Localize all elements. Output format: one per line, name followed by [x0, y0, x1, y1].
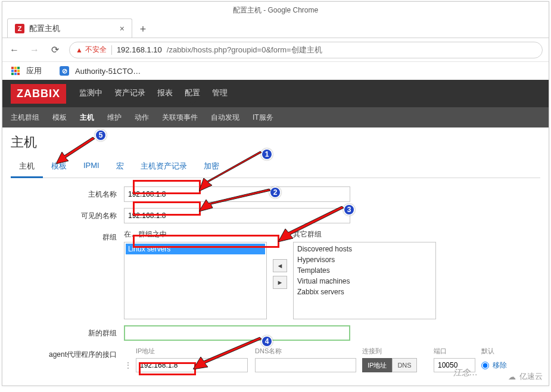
forward-icon[interactable]: →: [29, 45, 41, 55]
move-left-button[interactable]: ◄: [273, 259, 287, 272]
drag-handle-icon[interactable]: ⋮⋮: [124, 360, 136, 370]
annotation-badge-4: 4: [261, 335, 273, 347]
annotation-badge-2: 2: [269, 186, 281, 198]
default-interface-radio[interactable]: [481, 362, 489, 369]
label-visible-name: 可见的名称: [11, 208, 124, 221]
move-right-button[interactable]: ►: [273, 276, 287, 289]
connect-to-segment: IP地址 DNS: [362, 358, 434, 372]
url-host: 192.168.1.10: [117, 45, 162, 54]
tab-encryption[interactable]: 加密: [195, 156, 228, 178]
subnav-hostgroups[interactable]: 主机群组: [11, 113, 39, 123]
interface-dns-input[interactable]: [255, 358, 356, 372]
group-option[interactable]: Discovered hosts: [295, 244, 434, 254]
host-form: 主机名称 可见的名称 群组 在…群组之中 Linux servers ◄ ► 其…: [11, 186, 540, 372]
label-hostname: 主机名称: [11, 186, 124, 200]
tab-close-icon[interactable]: ×: [120, 24, 124, 33]
group-option[interactable]: Zabbix servers: [295, 287, 434, 297]
in-groups-listbox[interactable]: Linux servers: [124, 242, 267, 319]
other-groups-listbox[interactable]: Discovered hosts Hypervisors Templates V…: [293, 242, 436, 319]
back-icon[interactable]: ←: [8, 45, 20, 55]
bookmark-favicon: ⊘: [60, 66, 69, 76]
label-new-group: 新的群组: [11, 325, 124, 338]
nav-inventory[interactable]: 资产记录: [114, 88, 145, 99]
subnav-maintenance[interactable]: 维护: [107, 113, 122, 123]
annotation-highlight: [139, 362, 196, 375]
subnav-discovery[interactable]: 自动发现: [211, 113, 239, 123]
annotation-badge-5: 5: [95, 129, 107, 141]
cloud-icon: ☁: [508, 372, 516, 381]
tab-host[interactable]: 主机: [11, 156, 43, 178]
col-port: 端口: [434, 347, 481, 356]
window-title: 配置主机 - Google Chrome: [2, 2, 549, 18]
subnav-correlation[interactable]: 关联项事件: [162, 113, 198, 123]
annotation-badge-3: 3: [343, 204, 355, 216]
page-title: 主机: [11, 133, 540, 151]
insecure-badge[interactable]: ▲ 不安全: [76, 45, 107, 55]
annotation-highlight: [133, 235, 279, 248]
form-tabs: 主机 模板 IPMI 宏 主机资产记录 加密: [11, 156, 540, 178]
main-nav: 监测中 资产记录 报表 配置 管理: [79, 88, 228, 99]
annotation-highlight: [133, 201, 201, 216]
label-agent-interface: agent代理程序的接口: [11, 347, 124, 360]
warning-icon: ▲: [76, 46, 83, 54]
reload-icon[interactable]: ⟳: [49, 44, 61, 55]
zabbix-header: ZABBIX 监测中 资产记录 报表 配置 管理: [2, 80, 549, 107]
sub-nav: 主机群组 模板 主机 维护 动作 关联项事件 自动发现 IT服务: [2, 107, 549, 127]
toolbar: ← → ⟳ ▲ 不安全 192.168.1.10/zabbix/hosts.ph…: [2, 38, 549, 62]
group-option[interactable]: Virtual machines: [295, 276, 434, 287]
annotation-highlight: [133, 180, 201, 194]
col-ip: IP地址: [136, 347, 255, 356]
annotation-badge-1: 1: [261, 148, 273, 160]
nav-admin[interactable]: 管理: [212, 88, 228, 99]
remove-interface-link[interactable]: 移除: [493, 360, 507, 371]
page-body: 主机 主机 模板 IPMI 宏 主机资产记录 加密 主机名称 可见的名称 群组 …: [2, 127, 549, 372]
bookmarks-bar: 应用 ⊘ Authority-51CTO…: [2, 62, 549, 80]
col-connect: 连接到: [362, 347, 434, 356]
tab-title: 配置主机: [29, 23, 60, 34]
browser-tab[interactable]: Z 配置主机 ×: [7, 18, 132, 38]
nav-config[interactable]: 配置: [185, 88, 200, 99]
address-bar[interactable]: ▲ 不安全 192.168.1.10/zabbix/hosts.php?grou…: [69, 42, 543, 58]
group-option[interactable]: Templates: [295, 265, 434, 276]
subnav-templates[interactable]: 模板: [52, 113, 67, 123]
seg-ip-button[interactable]: IP地址: [362, 358, 392, 372]
group-option[interactable]: Hypervisors: [295, 254, 434, 265]
col-default: 默认: [481, 347, 517, 356]
apps-label[interactable]: 应用: [26, 66, 42, 76]
tab-templates[interactable]: 模板: [43, 156, 75, 178]
watermark-author: 江念…: [453, 368, 477, 378]
tab-strip: Z 配置主机 × +: [2, 18, 549, 38]
col-dns: DNS名称: [255, 347, 362, 356]
nav-reports[interactable]: 报表: [157, 88, 173, 99]
url-path: /zabbix/hosts.php?groupid=0&form=创建主机: [167, 45, 322, 55]
tab-ipmi[interactable]: IPMI: [75, 156, 108, 178]
tab-inventory[interactable]: 主机资产记录: [132, 156, 195, 178]
new-group-input[interactable]: [124, 325, 350, 341]
zabbix-logo[interactable]: ZABBIX: [11, 84, 66, 104]
zabbix-favicon: Z: [15, 24, 24, 33]
new-tab-button[interactable]: +: [135, 21, 151, 38]
subnav-services[interactable]: IT服务: [253, 113, 273, 123]
subnav-actions[interactable]: 动作: [135, 113, 149, 123]
watermark-brand: ☁ 亿速云: [508, 371, 543, 382]
nav-monitoring[interactable]: 监测中: [79, 88, 102, 99]
divider: [111, 45, 112, 55]
label-groups: 群组: [11, 229, 124, 242]
label-other-groups: 其它群组: [293, 229, 436, 239]
apps-icon[interactable]: [11, 66, 20, 76]
bookmark-link[interactable]: Authority-51CTO…: [75, 67, 141, 76]
subnav-hosts[interactable]: 主机: [80, 113, 94, 123]
tab-macros[interactable]: 宏: [108, 156, 132, 178]
seg-dns-button[interactable]: DNS: [392, 358, 416, 372]
